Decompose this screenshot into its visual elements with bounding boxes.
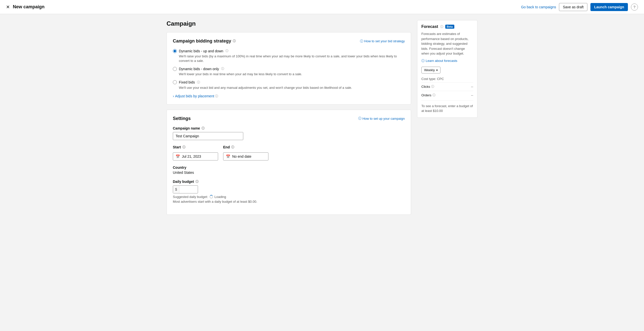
info-icon-dynamic-up-down[interactable]: ⓘ [225,49,228,53]
beta-badge: Beta [445,25,454,29]
end-label-text: End [223,145,230,149]
loading-spinner [210,195,213,198]
settings-help-icon: ⓘ [358,116,361,121]
end-date-input[interactable]: 📅 No end date [223,152,268,160]
header: ✕ New campaign Go back to campaigns Save… [0,0,644,14]
campaign-name-group: Campaign name ⓘ [173,126,405,140]
radio-option-dynamic-up-down: Dynamic bids - up and down ⓘ We'll raise… [173,49,405,63]
radio-text-dynamic-down: Dynamic bids - down only [179,67,219,71]
suggested-budget: Suggested daily budget: Loading [173,195,405,199]
forecast-card: Forecast ⓘ Beta Forecasts are estimates … [417,20,477,118]
budget-note: Most advertisers start with a daily budg… [173,200,405,203]
forecast-learn-link[interactable]: ⓘ Learn about forecasts [421,59,473,63]
radio-desc-fixed-bids: We'll use your exact bid and any manual … [179,86,405,90]
daily-budget-label-text: Daily budget [173,180,194,184]
daily-budget-label: Daily budget ⓘ [173,180,405,184]
settings-help-text: How to set up your campaign [363,117,405,120]
country-value: United States [173,171,405,175]
clicks-info-icon[interactable]: ⓘ [431,85,434,89]
forecast-learn-text: Learn about forecasts [426,59,457,63]
forecast-title: Forecast [421,24,438,29]
launch-campaign-button[interactable]: Launch campaign [590,3,628,11]
start-date-input[interactable]: 📅 Jul 21, 2023 [173,152,218,160]
adjust-bids-link[interactable]: › Adjust bids by placement ⓘ [173,94,405,98]
clicks-row: Clicks ⓘ -- [421,82,473,89]
daily-budget-info-icon[interactable]: ⓘ [195,180,198,184]
adjust-bids-text: Adjust bids by placement [175,94,214,98]
bidding-info-icon[interactable]: ⓘ [233,39,236,43]
forecast-learn-icon: ⓘ [421,59,425,63]
radio-label-dynamic-up-down[interactable]: Dynamic bids - up and down ⓘ [173,49,405,53]
radio-desc-dynamic-down: We'll lower your bids in real time when … [179,72,405,76]
suggested-budget-label: Suggested daily budget: [173,195,208,199]
bidding-card-header: Campaign bidding strategy ⓘ ⓘ How to set… [173,38,405,44]
adjust-bids-chevron: › [173,94,174,98]
start-info-icon[interactable]: ⓘ [182,145,185,149]
radio-input-fixed-bids[interactable] [173,80,177,84]
header-actions: Go back to campaigns Save as draft Launc… [521,3,638,11]
adjust-bids-info-icon[interactable]: ⓘ [215,94,218,98]
radio-text-fixed-bids: Fixed bids [179,80,195,84]
bidding-card-title: Campaign bidding strategy ⓘ [173,38,236,44]
forecast-header: Forecast ⓘ Beta [421,24,473,29]
end-date-group: End ⓘ 📅 No end date [223,145,268,160]
page-header-title: New campaign [13,4,521,10]
budget-input-wrapper: $ [173,185,198,193]
daily-budget-group: Daily budget ⓘ $ Suggested daily budget:… [173,180,405,203]
start-label: Start ⓘ [173,145,218,149]
help-button[interactable]: ? [631,4,638,11]
close-icon[interactable]: ✕ [6,4,10,10]
forecast-description: Forecasts are estimates of performance b… [421,31,473,56]
radio-input-dynamic-down[interactable] [173,67,177,71]
start-label-text: Start [173,145,181,149]
info-icon-fixed-bids[interactable]: ⓘ [197,80,200,85]
settings-card-title: Settings [173,116,191,121]
orders-row: Orders ⓘ -- [421,91,473,97]
forecast-note: To see a forecast, enter a budget of at … [421,100,473,113]
clicks-label: Clicks [421,85,430,89]
orders-label-group: Orders ⓘ [421,93,435,97]
radio-option-dynamic-down: Dynamic bids - down only ⓘ We'll lower y… [173,67,405,76]
country-group: Country United States [173,166,405,175]
radio-input-dynamic-up-down[interactable] [173,49,177,53]
save-draft-button[interactable]: Save as draft [559,3,587,11]
page-title: Campaign [167,20,411,27]
budget-prefix: $ [173,186,179,193]
forecast-sidebar: Forecast ⓘ Beta Forecasts are estimates … [417,20,477,220]
clicks-label-group: Clicks ⓘ [421,85,434,89]
settings-card-header: Settings ⓘ How to set up your campaign [173,116,405,121]
bidding-help-text: How to set your bid strategy [364,39,405,43]
page-body: Campaign Campaign bidding strategy ⓘ ⓘ H… [158,14,486,226]
end-info-icon[interactable]: ⓘ [231,145,234,149]
bidding-help-icon: ⓘ [360,39,363,44]
info-icon-dynamic-down[interactable]: ⓘ [221,67,224,71]
orders-info-icon[interactable]: ⓘ [432,93,435,97]
clicks-value: -- [471,85,473,89]
period-label: Weekly [424,68,435,72]
bidding-options: Dynamic bids - up and down ⓘ We'll raise… [173,49,405,90]
end-calendar-icon: 📅 [226,154,230,158]
settings-help-link[interactable]: ⓘ How to set up your campaign [358,116,405,121]
end-date-value: No end date [232,154,251,158]
daily-budget-input[interactable] [179,186,194,193]
period-select[interactable]: Weekly [421,67,440,73]
go-back-link[interactable]: Go back to campaigns [521,5,556,9]
radio-option-fixed-bids: Fixed bids ⓘ We'll use your exact bid an… [173,80,405,90]
campaign-name-label: Campaign name ⓘ [173,126,405,131]
loading-text: Loading [215,195,226,199]
main-content: Campaign Campaign bidding strategy ⓘ ⓘ H… [167,20,411,220]
cost-type-row: Cost type: CPC [421,77,473,81]
campaign-name-input[interactable] [173,132,243,140]
bidding-help-link[interactable]: ⓘ How to set your bid strategy [360,39,405,44]
cost-type-text: Cost type: CPC [421,77,444,81]
start-date-value: Jul 21, 2023 [182,154,201,158]
radio-text-dynamic-up-down: Dynamic bids - up and down [179,49,223,53]
period-chevron-icon [436,68,438,72]
radio-label-fixed-bids[interactable]: Fixed bids ⓘ [173,80,405,85]
radio-label-dynamic-down[interactable]: Dynamic bids - down only ⓘ [173,67,405,71]
campaign-name-label-text: Campaign name [173,126,200,130]
country-label: Country [173,166,405,170]
campaign-name-info-icon[interactable]: ⓘ [202,126,205,131]
forecast-info-icon[interactable]: ⓘ [440,25,443,29]
start-date-group: Start ⓘ 📅 Jul 21, 2023 [173,145,218,160]
